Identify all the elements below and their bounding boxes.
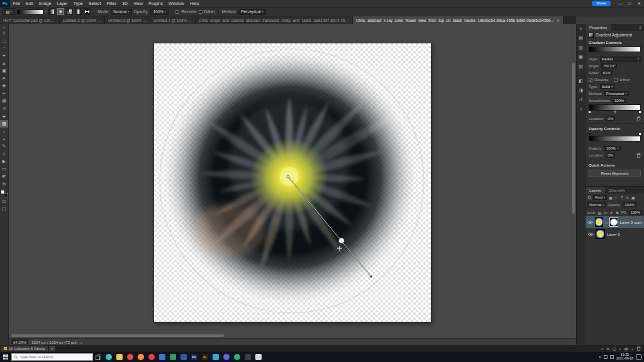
taskbar-app-opera[interactable] [146, 352, 157, 362]
start-button[interactable] [0, 352, 11, 362]
search-input[interactable] [19, 355, 91, 359]
visibility-eye-icon[interactable] [587, 221, 593, 224]
layer-thumbnail[interactable] [595, 217, 603, 227]
tool-eyedropper[interactable]: ✒ [0, 75, 8, 82]
taskbar-app-outlook[interactable] [157, 352, 167, 362]
fill-field[interactable]: 100% [629, 210, 642, 215]
gradient-end-handle[interactable] [370, 275, 372, 278]
gradient-preview-bar[interactable] [589, 47, 641, 52]
filter-pixel-icon[interactable]: ▦ [608, 195, 613, 200]
opacity-stop-left[interactable] [588, 133, 591, 136]
dither-checkbox[interactable] [614, 78, 618, 82]
adjustment-layer-icon[interactable]: ◐ [619, 347, 621, 351]
filter-kind-select[interactable]: Kind▾ [593, 195, 607, 200]
document-tab[interactable]: HVIT Controller.psd @ 100% (RGB/8) * [0, 16, 60, 24]
info-panel-icon[interactable]: ○ [577, 106, 585, 112]
document-tab[interactable]: Untitled-4 @ 100% (RGB/8) [150, 16, 196, 24]
status-arrow-icon[interactable]: › [80, 340, 82, 344]
vertical-scrollbar[interactable] [572, 25, 575, 332]
lock-transparency-icon[interactable]: ▧ [597, 211, 601, 215]
minimize-button[interactable]: — [616, 0, 625, 8]
opacity-field[interactable]: 100% ▾ [150, 9, 169, 15]
taskbar-app-excel[interactable] [167, 352, 178, 362]
taskbar-app-photoshop[interactable]: Ps [189, 352, 199, 362]
opacity-field[interactable]: 100%▾ [604, 146, 621, 151]
method-select[interactable]: Perceptual▾ [604, 91, 629, 96]
taskbar-app-chrome[interactable] [125, 352, 135, 362]
angle-gradient-button[interactable] [66, 8, 73, 15]
share-button[interactable]: Share [592, 1, 611, 6]
tool-quick-selection[interactable]: ✦ [0, 52, 8, 60]
foreground-color-swatch[interactable] [1, 190, 5, 194]
opacity-stop-right[interactable] [638, 133, 641, 136]
chevron-down-icon[interactable]: ▾ [45, 10, 47, 13]
tool-move[interactable]: ✛ [0, 30, 8, 37]
history-panel-icon[interactable]: ↺ [577, 96, 585, 103]
tab-close-icon[interactable]: ✕ [557, 18, 560, 23]
palette-close-icon[interactable]: ✕ [49, 346, 55, 351]
layer-name[interactable]: Layer 0 copy [620, 220, 642, 224]
notification-center-icon[interactable] [636, 354, 641, 359]
tool-eraser[interactable]: ▰ [0, 112, 8, 120]
tool-spot-healing-brush[interactable]: ✚ [0, 82, 8, 90]
menu-filter[interactable]: Filter [104, 0, 119, 8]
horizontal-scrollbar-thumb[interactable] [11, 334, 224, 337]
taskbar-app-discord[interactable] [221, 352, 231, 362]
taskbar-app-file-explorer[interactable] [114, 352, 125, 362]
menu-type[interactable]: Type [70, 0, 86, 8]
reset-alignment-button[interactable]: Reset Alignment [589, 170, 641, 177]
document-tab[interactable]: Chris_bright_and_colorful_abstract_trans… [196, 16, 353, 24]
blend-mode-select[interactable]: Normal▾ [587, 202, 606, 207]
location-field[interactable]: 0% [606, 116, 615, 121]
gradient-stop-handle[interactable] [339, 238, 345, 244]
menu-select[interactable]: Select [86, 0, 104, 8]
tab-channels[interactable]: Channels [605, 187, 629, 194]
tool-clone-stamp[interactable]: ▤ [0, 97, 8, 105]
lock-all-icon[interactable]: ■ [616, 211, 619, 214]
canvas-artwork[interactable] [154, 43, 431, 322]
opacity-editor-bar[interactable] [589, 136, 641, 141]
layer-mask-thumbnail[interactable] [609, 217, 618, 227]
taskbar-app-notepad[interactable] [253, 352, 264, 362]
tool-quick-mask[interactable]: ◻ [0, 197, 8, 205]
filter-shape-icon[interactable]: ✎ [625, 195, 630, 200]
zoom-level-field[interactable]: 64.39% [11, 339, 28, 344]
reverse-checkbox[interactable]: ✓ [589, 78, 592, 82]
layer-group-icon[interactable]: ▤ [625, 346, 628, 351]
layer-mask-link-icon[interactable]: ∞ [605, 221, 608, 224]
horizontal-scrollbar[interactable] [10, 334, 570, 337]
palette-window-tab[interactable]: All Collection 6 Palette [1, 346, 48, 351]
tool-preset-picker[interactable]: ▧ ▾ [3, 8, 15, 15]
color-swatches[interactable] [1, 190, 8, 197]
tool-screen-mode[interactable]: ▢ [0, 205, 8, 212]
mode-select[interactable]: Normal ▾ [111, 9, 131, 15]
radial-gradient-button[interactable] [57, 8, 64, 15]
maximize-button[interactable]: □ [625, 0, 635, 8]
taskbar-app-spotify[interactable] [231, 352, 242, 362]
delete-stop-icon[interactable] [636, 116, 641, 121]
delete-stop-icon[interactable] [636, 153, 641, 158]
color-panel-icon[interactable]: ▤ [577, 35, 585, 41]
libraries-panel-icon[interactable]: ◧ [577, 77, 585, 84]
panel-menu-icon[interactable]: ≡ [639, 26, 644, 30]
lock-image-icon[interactable]: ✏ [604, 211, 608, 215]
patterns-panel-icon[interactable]: ▧ [577, 63, 585, 70]
tray-status-icon[interactable] [610, 355, 614, 359]
tool-rectangle-shape[interactable]: ▭ [0, 165, 8, 173]
panel-strip-collapse-icon[interactable]: « [577, 25, 585, 32]
vertical-scrollbar-thumb[interactable] [572, 63, 575, 214]
gradient-midpoint[interactable] [613, 110, 617, 114]
new-layer-icon[interactable]: + [631, 347, 633, 351]
gradient-stop-black[interactable] [588, 111, 591, 114]
add-layer-mask-icon[interactable]: ◻ [613, 346, 616, 351]
adjustments-panel-icon[interactable]: ◨ [577, 87, 585, 94]
layer-name[interactable]: Layer 0 [607, 232, 620, 236]
opacity-location-field[interactable]: 0% [606, 153, 615, 158]
angle-field[interactable]: -50.33° [601, 63, 617, 69]
dither-checkbox[interactable] [199, 10, 203, 14]
diamond-gradient-button[interactable] [84, 8, 91, 15]
menu-layer[interactable]: Layer [54, 0, 71, 8]
tool-type[interactable]: T [0, 150, 8, 158]
reflected-gradient-button[interactable] [75, 8, 82, 15]
gradient-center-handle[interactable] [287, 175, 289, 178]
